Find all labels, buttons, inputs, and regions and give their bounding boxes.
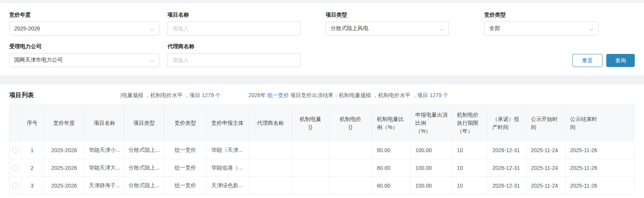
- power-company-label: 受理电力公司: [9, 42, 167, 50]
- project-type-label: 项目类型: [326, 11, 484, 18]
- project-name-control: [167, 22, 301, 35]
- cell-execution-period: 10: [452, 159, 488, 177]
- cell-clearing-ratio: 100.00: [411, 177, 452, 195]
- clearing-summary-current: |电量规模 ，机制电价水平 ，项目 1279 个: [120, 92, 221, 99]
- bidding-year-select[interactable]: 2025-2026: [9, 22, 159, 35]
- cell-declaring-entity: 华能（天津...: [207, 141, 249, 159]
- cell-project-type: 分散式陆上...: [124, 177, 164, 195]
- cell-publicity-start: 2025-11-24: [526, 159, 565, 177]
- field-project-name: 项目名称: [167, 11, 326, 35]
- chevron-down-icon: [150, 58, 154, 62]
- col-header-publicity-end: 公示结束时间: [565, 105, 635, 141]
- cell-declaring-entity: 华能临港（...: [207, 159, 249, 177]
- col-header-mechanism-energy: 机制电量(): [292, 105, 329, 141]
- bidding-year-label: 竞价年度: [9, 11, 167, 18]
- project-count[interactable]: 1279: [202, 92, 214, 98]
- field-bidding-year: 竞价年度 2025-2026: [9, 11, 167, 35]
- cell-agent-name: [249, 141, 292, 159]
- field-bidding-type: 竞价类型 全部: [484, 11, 635, 35]
- cell-project-name: 华能天津大...: [85, 159, 124, 177]
- project-count[interactable]: 1279: [430, 92, 442, 98]
- project-table: 序号 竞价年度 项目名称 项目类型 竞价类型 竞价申报主体 代理商名称 机制电量…: [9, 105, 635, 195]
- agent-name-input[interactable]: [172, 57, 296, 63]
- cell-bidding-type: 统一竞价: [164, 177, 207, 195]
- cell-clearing-ratio: 100.00: [411, 141, 452, 159]
- chevron-down-icon: [439, 26, 443, 30]
- cell-seq: 1: [21, 141, 43, 159]
- cell-agent-name: [249, 159, 292, 177]
- row-radio[interactable]: [12, 165, 18, 171]
- table-row[interactable]: 3 2025-2026 天津静海子... 分散式陆上... 统一竞价 天津绿色新…: [10, 177, 635, 195]
- cell-production-date: 2026-12-31: [488, 177, 526, 195]
- reset-button[interactable]: 重置: [572, 54, 602, 67]
- cell-bidding-year: 2025-2026: [43, 159, 85, 177]
- row-radio[interactable]: [12, 183, 18, 189]
- filter-actions: 重置 查询: [484, 42, 635, 67]
- cell-bidding-type: 统一竞价: [164, 159, 207, 177]
- project-type-select[interactable]: 分散式陆上风电: [326, 22, 449, 35]
- cell-mechanism-price: [329, 141, 372, 159]
- field-agent-name: 代理商名称: [167, 42, 326, 67]
- clearing-summary-2026: 2026年 统一竞价 项目竞价出清结果：机制电量规模 ，机制电价水平 ，项目 1…: [248, 92, 448, 99]
- cell-declaring-entity: 天津绿色新...: [207, 177, 249, 195]
- bidding-type-label: 竞价类型: [484, 11, 635, 18]
- cell-publicity-start: 2025-11-24: [526, 141, 565, 159]
- field-power-company: 受理电力公司 国网天津市电力公司: [9, 42, 167, 67]
- bidding-type-value: 全部: [489, 25, 500, 32]
- project-name-input[interactable]: [172, 25, 296, 32]
- radio-column-header: [10, 105, 21, 141]
- cell-mechanism-energy: [292, 141, 329, 159]
- col-header-clearing-ratio: 申报电量出清比例（%）: [411, 105, 452, 141]
- col-header-publicity-start: 公示开始时间: [526, 105, 565, 141]
- row-radio[interactable]: [12, 147, 18, 153]
- cell-bidding-type: 统一竞价: [164, 141, 207, 159]
- cell-seq: 2: [21, 159, 43, 177]
- list-header: 项目列表 |电量规模 ，机制电价水平 ，项目 1279 个 2026年 统一竞价…: [9, 91, 635, 99]
- agent-name-control: [167, 53, 301, 67]
- cell-bidding-year: 2025-2026: [43, 177, 85, 195]
- cell-project-name: 天津静海子...: [85, 177, 124, 195]
- cell-execution-period: 10: [452, 141, 488, 159]
- col-header-agent-name: 代理商名称: [249, 105, 292, 141]
- page-title: 项目列表: [9, 91, 34, 99]
- bidding-type-select[interactable]: 全部: [484, 22, 599, 35]
- col-header-bidding-year: 竞价年度: [43, 105, 85, 141]
- project-name-label: 项目名称: [167, 11, 326, 18]
- col-header-declaring-entity: 竞价申报主体: [207, 105, 249, 141]
- agent-name-label: 代理商名称: [167, 42, 326, 50]
- power-company-select[interactable]: 国网天津市电力公司: [9, 53, 159, 67]
- cell-mechanism-price: [329, 177, 372, 195]
- radio-cell: [10, 177, 21, 195]
- search-button[interactable]: 查询: [606, 54, 635, 67]
- cell-execution-period: 10: [452, 177, 488, 195]
- cell-energy-ratio: 80.00: [372, 177, 411, 195]
- cell-agent-name: [249, 177, 292, 195]
- cell-production-date: 2026-12-31: [488, 141, 526, 159]
- field-project-type: 项目类型 分散式陆上风电: [326, 11, 484, 35]
- table-row[interactable]: 1 2025-2026 华能天津小... 分散式陆上... 统一竞价 华能（天津…: [10, 141, 635, 159]
- cell-project-type: 分散式陆上...: [124, 159, 164, 177]
- cell-publicity-end: 2025-11-26: [565, 141, 635, 159]
- cell-mechanism-energy: [292, 159, 329, 177]
- col-header-project-name: 项目名称: [85, 105, 124, 141]
- cell-mechanism-price: [329, 159, 372, 177]
- cell-energy-ratio: 80.00: [372, 159, 411, 177]
- col-header-seq: 序号: [21, 105, 43, 141]
- project-list-panel: 项目列表 |电量规模 ，机制电价水平 ，项目 1279 个 2026年 统一竞价…: [0, 84, 644, 198]
- project-type-value: 分散式陆上风电: [331, 25, 368, 32]
- cell-mechanism-energy: [292, 177, 329, 195]
- col-header-energy-ratio: 机制电量比例（%）: [372, 105, 411, 141]
- unified-bidding-link[interactable]: 统一竞价: [267, 92, 289, 98]
- power-company-value: 国网天津市电力公司: [14, 57, 63, 64]
- cell-seq: 3: [21, 177, 43, 195]
- col-header-mechanism-price: 机制电价(): [329, 105, 372, 141]
- cell-project-name: 华能天津小...: [85, 141, 124, 159]
- filter-panel: 竞价年度 2025-2026 项目名称 项目类型 分散式陆上风电 竞价类型 全部: [0, 3, 644, 76]
- bidding-year-value: 2025-2026: [14, 25, 40, 32]
- table-row[interactable]: 2 2025-2026 华能天津大... 分散式陆上... 统一竞价 华能临港（…: [10, 159, 635, 177]
- cell-publicity-start: 2025-11-24: [526, 177, 565, 195]
- chevron-down-icon: [150, 26, 154, 30]
- cell-publicity-end: 2025-11-26: [565, 159, 635, 177]
- cell-clearing-ratio: 100.00: [411, 159, 452, 177]
- cell-energy-ratio: 80.00: [372, 141, 411, 159]
